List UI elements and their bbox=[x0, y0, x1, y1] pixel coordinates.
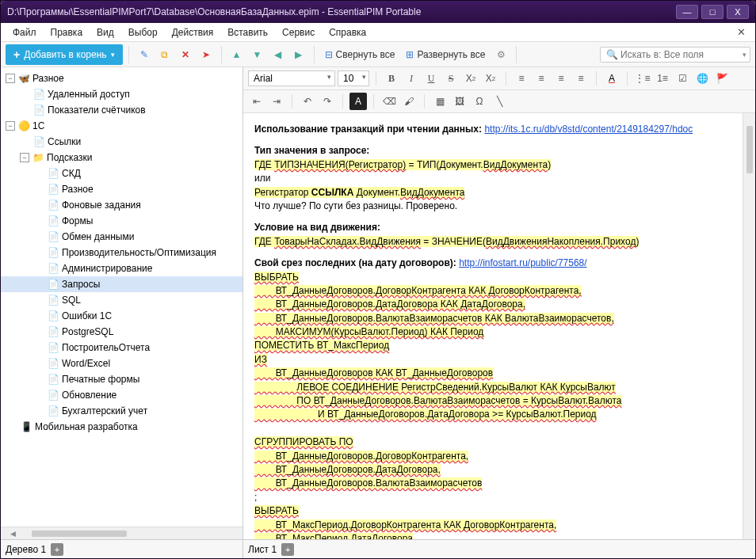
heading: Использование транзакций при чтении данн… bbox=[254, 124, 482, 135]
align-center-button[interactable]: ≡ bbox=[533, 70, 550, 87]
close-button[interactable]: X bbox=[727, 5, 749, 19]
bold-button[interactable]: B bbox=[383, 70, 400, 87]
superscript-button[interactable]: X2 bbox=[482, 70, 499, 87]
link[interactable]: http://infostart.ru/public/77568/ bbox=[459, 257, 586, 268]
menu-select[interactable]: Выбор bbox=[121, 25, 165, 40]
tree-item[interactable]: 📄Запросы bbox=[1, 276, 242, 292]
italic-button[interactable]: I bbox=[403, 70, 420, 87]
tree-hscroll[interactable]: ◀ bbox=[1, 527, 242, 539]
tree-tab[interactable]: Дерево 1 bbox=[6, 544, 46, 555]
undo-button[interactable]: ↶ bbox=[299, 93, 316, 110]
add-sheet-icon[interactable]: + bbox=[281, 543, 294, 556]
number-list-button[interactable]: 1≡ bbox=[654, 70, 671, 87]
omega-icon[interactable]: Ω bbox=[471, 93, 488, 110]
menu-view[interactable]: Вид bbox=[90, 25, 121, 40]
chevron-down-icon[interactable]: ▾ bbox=[743, 51, 746, 59]
move-left-icon[interactable]: ◀ bbox=[269, 45, 288, 64]
link[interactable]: http://its.1c.ru/db/v8std/content/214918… bbox=[484, 124, 693, 135]
tree-item-razn[interactable]: − 🦋 Разное bbox=[1, 70, 242, 86]
align-justify-button[interactable]: ≡ bbox=[572, 70, 590, 87]
next-icon[interactable]: ➤ bbox=[197, 45, 216, 64]
menu-file[interactable]: Файл bbox=[6, 25, 44, 40]
highlight-button[interactable]: A bbox=[349, 93, 367, 110]
editor-vscroll[interactable] bbox=[743, 113, 755, 539]
menu-actions[interactable]: Действия bbox=[165, 25, 221, 40]
move-down-icon[interactable]: ▼ bbox=[248, 45, 267, 64]
tree-item[interactable]: 📄ПостроительОтчета bbox=[1, 340, 242, 356]
tree-item[interactable]: 📄Администрирование bbox=[1, 260, 242, 276]
copy-icon[interactable]: ⧉ bbox=[155, 45, 174, 64]
redo-button[interactable]: ↷ bbox=[319, 93, 336, 110]
edit-icon[interactable]: ✎ bbox=[135, 45, 154, 64]
tree-item[interactable]: 📄Обмен данными bbox=[1, 229, 242, 245]
scroll-thumb[interactable] bbox=[32, 530, 127, 537]
tree-item[interactable]: 📄Обновление bbox=[1, 387, 242, 403]
tree-item[interactable]: 📄Word/Excel bbox=[1, 356, 242, 371]
checklist-button[interactable]: ☑ bbox=[674, 70, 691, 87]
document-content[interactable]: Использование транзакций при чтении данн… bbox=[243, 113, 755, 539]
brush-icon[interactable]: 🖌 bbox=[400, 93, 418, 110]
search-box[interactable]: 🔍 ▾ bbox=[600, 47, 750, 63]
tree-item-1c[interactable]: − 🟡 1С bbox=[1, 118, 242, 134]
tree-item[interactable]: 📄PostgreSQL bbox=[1, 324, 242, 340]
editor-body[interactable]: Использование транзакций при чтении данн… bbox=[243, 113, 755, 539]
move-right-icon[interactable]: ▶ bbox=[289, 45, 308, 64]
tree-item[interactable]: 📄Формы bbox=[1, 213, 242, 229]
heading: Тип значения в запросе: bbox=[254, 145, 369, 156]
tree-item[interactable]: 📄Ошибки 1С bbox=[1, 308, 242, 324]
delete-icon[interactable]: ✕ bbox=[176, 45, 195, 64]
line-icon[interactable]: ╲ bbox=[491, 93, 508, 110]
image-icon[interactable]: 🖼 bbox=[451, 93, 468, 110]
align-left-button[interactable]: ≡ bbox=[513, 70, 530, 87]
tree-tabs: Дерево 1 + bbox=[1, 539, 242, 558]
scroll-thumb[interactable] bbox=[746, 126, 753, 173]
eraser-icon[interactable]: ⌫ bbox=[380, 93, 398, 110]
table-icon[interactable]: ▦ bbox=[431, 93, 449, 110]
tree-item[interactable]: 📄Печатные формы bbox=[1, 371, 242, 387]
tree-item-hints[interactable]: − 📁 Подсказки bbox=[1, 150, 242, 165]
font-color-button[interactable]: A bbox=[603, 70, 620, 87]
expander-icon[interactable]: − bbox=[6, 74, 15, 83]
note-icon: 📄 bbox=[47, 246, 59, 259]
align-right-button[interactable]: ≡ bbox=[552, 70, 570, 87]
sheet-tab[interactable]: Лист 1 bbox=[248, 544, 277, 555]
subscript-button[interactable]: X2 bbox=[462, 70, 479, 87]
add-root-button[interactable]: + Добавить в корень ▾ bbox=[6, 44, 123, 65]
expand-all-button[interactable]: ⊞ Развернуть все bbox=[401, 47, 490, 63]
settings-icon[interactable]: ⚙ bbox=[491, 45, 510, 64]
indent-button[interactable]: ⇥ bbox=[268, 93, 285, 110]
menu-edit[interactable]: Правка bbox=[44, 25, 90, 40]
tree-item[interactable]: 📄SQL bbox=[1, 292, 242, 308]
outdent-button[interactable]: ⇤ bbox=[248, 93, 265, 110]
strike-button[interactable]: S bbox=[442, 70, 460, 87]
search-input[interactable] bbox=[620, 49, 743, 60]
tree-item[interactable]: 📄Бухгалтерский учет bbox=[1, 403, 242, 419]
tree-item-mobile[interactable]: 📱 Мобильная разработка bbox=[1, 419, 242, 435]
underline-button[interactable]: U bbox=[422, 70, 440, 87]
tree-item[interactable]: 📄Разное bbox=[1, 181, 242, 197]
collapse-all-button[interactable]: ⊟ Свернуть все bbox=[320, 47, 400, 63]
expander-icon[interactable]: − bbox=[6, 121, 15, 131]
move-up-icon[interactable]: ▲ bbox=[227, 45, 246, 64]
flag-icon[interactable]: 🚩 bbox=[713, 70, 731, 87]
note-icon: 📄 bbox=[47, 310, 59, 322]
globe-icon[interactable]: 🌐 bbox=[693, 70, 711, 87]
minimize-button[interactable]: — bbox=[676, 5, 698, 19]
expander-icon[interactable]: − bbox=[20, 153, 29, 162]
menu-service[interactable]: Сервис bbox=[275, 25, 322, 40]
scroll-left-icon[interactable]: ◀ bbox=[10, 530, 16, 538]
tree-item[interactable]: 📄СКД bbox=[1, 165, 242, 181]
tree-item[interactable]: 📄 Ссылки bbox=[1, 134, 242, 150]
tree-item[interactable]: 📄Фоновые задания bbox=[1, 197, 242, 213]
tree-item[interactable]: 📄 Удаленный доступ bbox=[1, 86, 242, 102]
tree-item[interactable]: 📄 Показатели счётчиков bbox=[1, 102, 242, 118]
font-select[interactable]: Arial bbox=[248, 70, 335, 86]
menu-insert[interactable]: Вставить bbox=[220, 25, 275, 40]
add-tab-icon[interactable]: + bbox=[51, 543, 63, 556]
close-doc-icon[interactable]: ✕ bbox=[732, 25, 750, 40]
tree-item[interactable]: 📄Производительность/Оптимизация bbox=[1, 245, 242, 260]
size-select[interactable]: 10 bbox=[338, 70, 369, 86]
bullet-list-button[interactable]: ⋮≡ bbox=[634, 70, 651, 87]
maximize-button[interactable]: □ bbox=[701, 5, 724, 19]
menu-help[interactable]: Справка bbox=[322, 25, 373, 40]
